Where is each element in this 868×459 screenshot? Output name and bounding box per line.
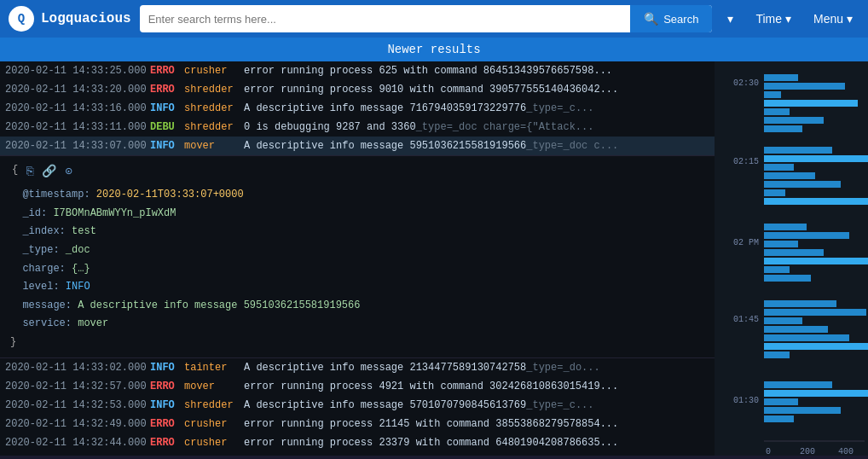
expand-icon[interactable]: ⊙: [65, 161, 72, 183]
svg-rect-9: [764, 108, 790, 115]
log-row-selected[interactable]: 2020-02-11 14:33:07.000 INFO mover A des…: [0, 137, 715, 155]
field-index: _index: test: [10, 223, 708, 241]
svg-rect-25: [764, 275, 811, 282]
svg-text:01:30: 01:30: [733, 396, 759, 405]
svg-rect-35: [764, 398, 798, 405]
link-icon[interactable]: 🔗: [42, 161, 56, 183]
svg-rect-10: [764, 117, 824, 124]
field-charge: charge: {…}: [10, 260, 708, 279]
svg-rect-15: [764, 172, 815, 179]
menu-chevron-icon: ▾: [847, 12, 853, 26]
log-row[interactable]: 2020-02-11 14:32:53.000 INFO shredder A …: [0, 396, 715, 415]
logo-area: Q Logquacious: [9, 6, 131, 32]
svg-rect-12: [764, 147, 832, 154]
svg-rect-14: [764, 164, 794, 171]
svg-text:02:15: 02:15: [733, 157, 759, 166]
svg-rect-37: [764, 415, 794, 422]
svg-rect-27: [764, 309, 866, 316]
field-type: _type: _doc: [10, 241, 708, 260]
svg-rect-29: [764, 326, 828, 333]
svg-rect-21: [764, 241, 798, 247]
svg-rect-23: [764, 258, 868, 264]
svg-rect-26: [764, 300, 836, 307]
field-timestamp: @timestamp: 2020-02-11T03:33:07+0000: [10, 186, 708, 205]
svg-text:200: 200: [800, 447, 815, 456]
navbar: Q Logquacious 🔍 Search ▾ Time ▾ Menu ▾: [0, 0, 868, 38]
svg-text:0: 0: [766, 447, 771, 456]
log-row[interactable]: 2020-02-11 14:32:44.000 ERRO crusher err…: [0, 433, 715, 452]
log-row[interactable]: 2020-02-11 14:32:57.000 ERRO mover error…: [0, 377, 715, 396]
search-input[interactable]: [140, 13, 631, 26]
svg-rect-20: [764, 232, 849, 239]
svg-rect-18: [764, 198, 868, 205]
svg-text:02:30: 02:30: [733, 78, 759, 88]
svg-text:400: 400: [838, 447, 854, 456]
main-area: 2020-02-11 14:33:25.000 ERRO crusher err…: [0, 61, 868, 456]
field-service: service: mover: [10, 315, 708, 334]
histogram-chart: 02:30 02:15 02 PM 01:45 01:30: [715, 61, 868, 456]
field-level: level: INFO: [10, 278, 708, 297]
log-row[interactable]: 2020-02-11 14:33:16.000 INFO shredder A …: [0, 99, 715, 118]
log-panel[interactable]: 2020-02-11 14:33:25.000 ERRO crusher err…: [0, 61, 715, 456]
svg-rect-13: [764, 155, 868, 162]
svg-rect-24: [764, 266, 790, 273]
log-row[interactable]: 2020-02-11 14:32:40.000 ERRO mover error…: [0, 452, 715, 456]
svg-rect-30: [764, 334, 849, 341]
dropdown-button[interactable]: ▾: [720, 12, 740, 26]
svg-rect-7: [764, 91, 781, 98]
svg-rect-36: [764, 407, 841, 414]
svg-rect-17: [764, 189, 785, 196]
newer-results-banner[interactable]: Newer results: [0, 38, 868, 61]
search-icon: 🔍: [644, 12, 658, 26]
menu-button[interactable]: Menu ▾: [807, 12, 859, 26]
svg-rect-8: [764, 100, 858, 107]
svg-text:01:45: 01:45: [733, 315, 759, 324]
copy-icon[interactable]: ⎘: [26, 161, 33, 183]
svg-rect-28: [764, 317, 802, 324]
expanded-toolbar: { ⎘ 🔗 ⊙: [10, 161, 708, 183]
svg-rect-5: [764, 74, 798, 81]
time-chevron-icon: ▾: [785, 12, 791, 26]
log-row[interactable]: 2020-02-11 14:33:02.000 INFO tainter A d…: [0, 358, 715, 377]
expanded-detail: { ⎘ 🔗 ⊙ @timestamp: 2020-02-11T03:33:07+…: [0, 155, 715, 358]
svg-rect-19: [764, 224, 807, 230]
logo-icon: Q: [9, 6, 34, 32]
time-button[interactable]: Time ▾: [749, 12, 798, 26]
log-row[interactable]: 2020-02-11 14:33:20.000 ERRO shredder er…: [0, 80, 715, 99]
svg-rect-33: [764, 381, 832, 388]
svg-rect-31: [764, 343, 868, 350]
field-message: message: A descriptive info message 5951…: [10, 297, 708, 316]
search-button[interactable]: 🔍 Search: [630, 5, 712, 32]
app-title: Logquacious: [41, 11, 131, 26]
svg-rect-34: [764, 390, 868, 397]
log-row[interactable]: 2020-02-11 14:33:25.000 ERRO crusher err…: [0, 61, 715, 80]
field-id: _id: I7BOMnABmWYYn_pIwXdM: [10, 205, 708, 224]
svg-text:02 PM: 02 PM: [733, 238, 759, 247]
svg-rect-22: [764, 249, 824, 256]
svg-rect-6: [764, 83, 845, 90]
svg-rect-16: [764, 181, 841, 188]
log-row[interactable]: 2020-02-11 14:33:11.000 DEBU shredder 0 …: [0, 118, 715, 137]
svg-rect-11: [764, 125, 802, 132]
histogram-panel: 02:30 02:15 02 PM 01:45 01:30: [715, 61, 868, 456]
svg-rect-32: [764, 352, 790, 358]
log-row[interactable]: 2020-02-11 14:32:49.000 ERRO crusher err…: [0, 415, 715, 433]
search-area: 🔍 Search: [140, 5, 713, 32]
